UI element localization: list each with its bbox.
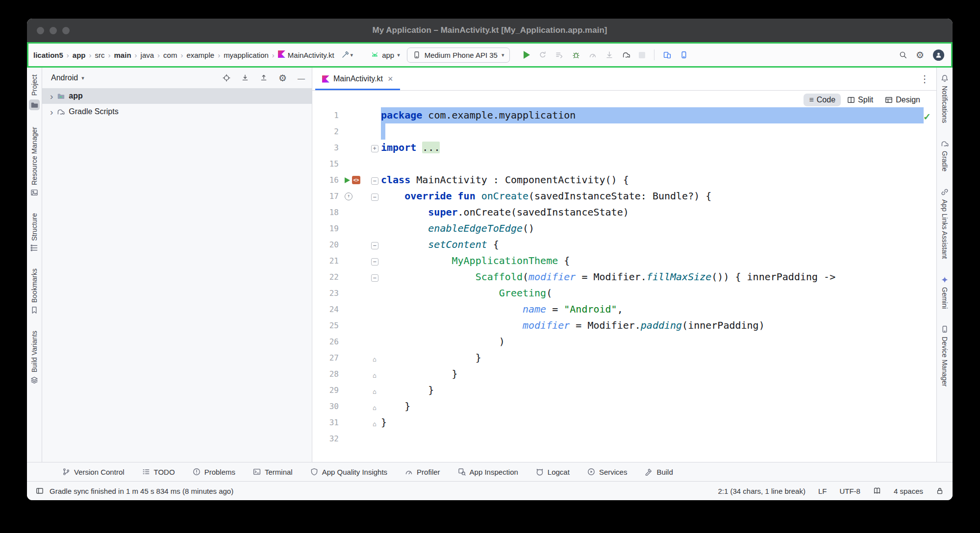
tool-stripe-button-gemini[interactable]: Gemini: [941, 276, 949, 309]
code-line-text[interactable]: }: [381, 366, 924, 382]
tool-window-button-logcat[interactable]: Logcat: [536, 468, 570, 476]
debug-button[interactable]: [570, 49, 582, 61]
profile-button[interactable]: [587, 49, 599, 61]
title-bar[interactable]: My Application – MainActivity.kt [My_App…: [27, 19, 953, 42]
tool-stripe-button-device-manager[interactable]: Device Manager: [941, 325, 949, 387]
line-separator-widget[interactable]: LF: [818, 487, 827, 495]
fold-marker[interactable]: −: [371, 258, 378, 266]
fold-end-marker[interactable]: ⌂: [373, 356, 377, 363]
tool-stripe-button-app-links-assistant[interactable]: App Links Assistant: [941, 188, 949, 259]
fold-marker[interactable]: +: [371, 145, 378, 152]
code-line-text[interactable]: override fun onCreate(savedInstanceState…: [381, 188, 924, 204]
line-number[interactable]: 2: [312, 127, 339, 136]
code-line[interactable]: 27⌂ }: [312, 350, 924, 366]
encoding-widget[interactable]: UTF-8: [839, 487, 860, 495]
fold-end-marker[interactable]: ⌂: [373, 372, 377, 379]
line-number[interactable]: 23: [312, 289, 339, 298]
sync-gradle-button[interactable]: [620, 49, 632, 61]
code-line[interactable]: 32: [312, 431, 924, 447]
tree-item-gradle-scripts[interactable]: ›Gradle Scripts: [42, 104, 312, 120]
tool-window-button-todo[interactable]: TODO: [142, 468, 175, 476]
attach-debugger-button[interactable]: [603, 49, 615, 61]
lock-icon[interactable]: [936, 487, 944, 495]
line-number[interactable]: 1: [312, 111, 339, 120]
fold-marker[interactable]: −: [371, 194, 378, 201]
breadcrumb-myapplication[interactable]: myapplication: [224, 51, 269, 59]
editor-options-icon[interactable]: ⋮: [920, 73, 936, 85]
device-selector[interactable]: Medium Phone API 35 ▾: [407, 48, 510, 63]
tool-stripe-button-structure[interactable]: Structure: [30, 213, 38, 252]
breadcrumb-mainactivity-kt[interactable]: MainActivity.kt: [278, 50, 334, 59]
collapse-all-icon[interactable]: [260, 74, 268, 82]
line-number[interactable]: 17: [312, 192, 339, 201]
code-line-text[interactable]: }: [381, 414, 924, 431]
override-gutter-icon[interactable]: ↑: [345, 193, 352, 200]
line-number[interactable]: 18: [312, 208, 339, 217]
code-line-text[interactable]: import ...: [381, 140, 924, 156]
code-line-text[interactable]: super.onCreate(savedInstanceState): [381, 204, 924, 220]
expand-all-icon[interactable]: [241, 74, 249, 82]
code-line-text[interactable]: setContent {: [381, 237, 924, 253]
breadcrumb-main[interactable]: main: [114, 51, 131, 59]
code-line[interactable]: 20− setContent {: [312, 237, 924, 253]
breadcrumb-com[interactable]: com: [163, 51, 177, 59]
breadcrumb-app[interactable]: app: [73, 51, 86, 59]
tool-window-button-profiler[interactable]: Profiler: [405, 468, 440, 476]
run-button[interactable]: [522, 49, 532, 61]
compose-gutter-icon[interactable]: <>: [352, 176, 360, 184]
code-line[interactable]: 31⌂}: [312, 414, 924, 431]
code-line-text[interactable]: modifier = Modifier.padding(innerPadding…: [381, 317, 924, 334]
code-line[interactable]: 17↑− override fun onCreate(savedInstance…: [312, 188, 924, 204]
code-line-text[interactable]: [381, 123, 924, 140]
code-line-text[interactable]: Scaffold(modifier = Modifier.fillMaxSize…: [381, 269, 924, 285]
code-line[interactable]: 25 modifier = Modifier.padding(innerPadd…: [312, 317, 924, 334]
chevron-right-icon[interactable]: ›: [50, 92, 53, 101]
fold-column[interactable]: −: [368, 174, 381, 186]
tool-stripe-button-notifications[interactable]: Notifications: [941, 74, 949, 123]
fold-end-marker[interactable]: ⌂: [373, 420, 377, 428]
code-line[interactable]: 2: [312, 123, 924, 140]
select-opened-file-icon[interactable]: [223, 74, 230, 82]
line-number[interactable]: 3: [312, 143, 339, 152]
line-number[interactable]: 15: [312, 159, 339, 169]
line-number[interactable]: 21: [312, 256, 339, 266]
tool-stripe-button-build-variants[interactable]: Build Variants: [30, 331, 38, 384]
tool-stripe-button-bookmarks[interactable]: Bookmarks: [30, 268, 38, 314]
code-line[interactable]: 23 Greeting(: [312, 285, 924, 301]
tool-window-button-build[interactable]: Build: [645, 468, 673, 476]
fold-column[interactable]: ⌂: [368, 417, 381, 429]
code-line-text[interactable]: Greeting(: [381, 285, 924, 301]
line-number[interactable]: 20: [312, 240, 339, 249]
fold-column[interactable]: −: [368, 191, 381, 202]
tree-item-app[interactable]: ›app: [42, 88, 312, 104]
hide-panel-icon[interactable]: —: [298, 74, 305, 82]
panel-options-icon[interactable]: ⚙: [278, 73, 287, 84]
close-window-button[interactable]: [37, 27, 44, 34]
line-number[interactable]: 28: [312, 369, 339, 379]
tool-window-button-version-control[interactable]: Version Control: [62, 468, 125, 476]
code-line-text[interactable]: MyApplicationTheme {: [381, 253, 924, 269]
breadcrumb-java[interactable]: java: [141, 51, 154, 59]
line-number[interactable]: 25: [312, 321, 339, 330]
tool-stripe-button-resource-manager[interactable]: Resource Manager: [30, 127, 38, 196]
apply-code-changes-button[interactable]: [553, 49, 565, 61]
code-line[interactable]: 3+import ...: [312, 140, 924, 156]
code-line[interactable]: 1package com.example.myapplication: [312, 107, 924, 123]
code-line[interactable]: 24 name = "Android",: [312, 301, 924, 317]
line-number[interactable]: 30: [312, 402, 339, 411]
inspections-ok-icon[interactable]: ✓: [923, 111, 931, 122]
breadcrumb-example[interactable]: example: [186, 51, 214, 59]
run-gutter-icon[interactable]: [345, 177, 350, 183]
line-number[interactable]: 27: [312, 353, 339, 363]
search-everywhere-button[interactable]: [897, 49, 909, 61]
tool-window-button-services[interactable]: Services: [587, 468, 628, 476]
view-code-button[interactable]: ≡Code: [804, 94, 841, 106]
fold-column[interactable]: ⌂: [368, 401, 381, 412]
fold-column[interactable]: ⌂: [368, 385, 381, 396]
device-mirroring-button[interactable]: [661, 49, 673, 61]
breadcrumb-lication5[interactable]: lication5: [33, 51, 63, 59]
code-line-text[interactable]: }: [381, 398, 924, 414]
code-line-text[interactable]: [381, 156, 924, 172]
zoom-window-button[interactable]: [62, 27, 70, 34]
minimize-window-button[interactable]: [50, 27, 57, 34]
